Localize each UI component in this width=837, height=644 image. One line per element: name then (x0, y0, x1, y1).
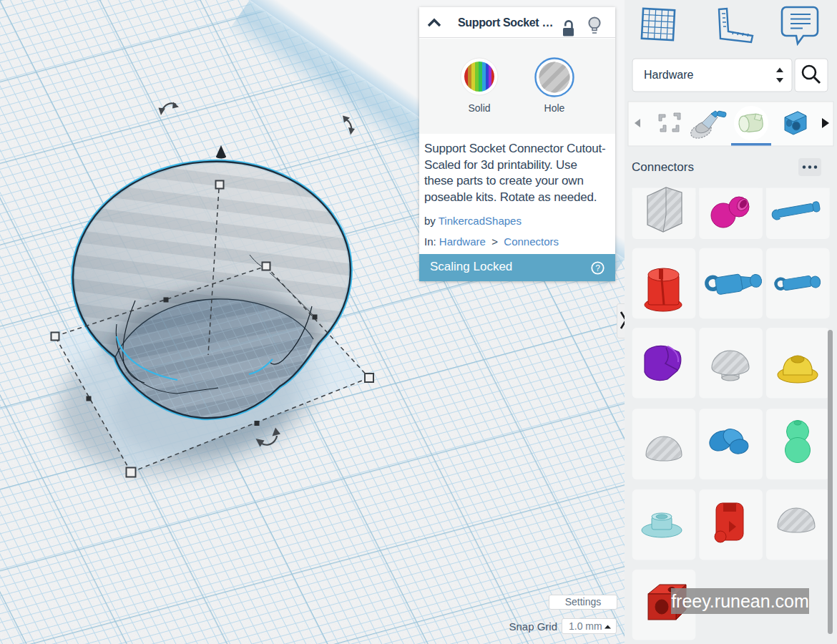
svg-text:?: ? (595, 263, 600, 273)
